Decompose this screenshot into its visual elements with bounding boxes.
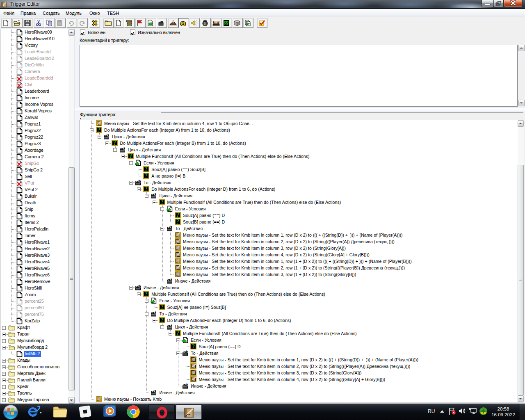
svg-text:?: ? — [192, 343, 195, 349]
svg-text:?: ? — [98, 127, 100, 133]
svg-text:?: ? — [145, 166, 148, 172]
svg-text:?: ? — [161, 304, 164, 310]
svg-text:?: ? — [176, 212, 179, 218]
svg-text:?: ? — [161, 317, 164, 323]
svg-text:?: ? — [145, 186, 148, 192]
svg-text:?: ? — [161, 199, 164, 205]
svg-text:?: ? — [129, 153, 132, 159]
svg-text:?: ? — [176, 330, 179, 336]
svg-text:?: ? — [113, 140, 116, 146]
svg-text:?: ? — [145, 291, 148, 297]
svg-text:?: ? — [176, 219, 179, 225]
svg-text:?: ? — [145, 173, 148, 179]
